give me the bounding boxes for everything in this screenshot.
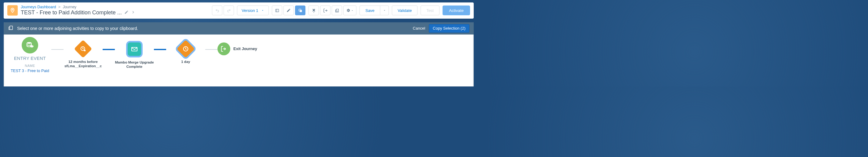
svg-point-0 — [12, 9, 13, 10]
breadcrumb-separator: > — [58, 5, 60, 9]
copy-instruction-bar: Select one or more adjoining activities … — [4, 22, 474, 34]
panel-toggle-button[interactable] — [272, 5, 282, 15]
tools-group — [308, 5, 356, 15]
connector-line — [51, 49, 64, 50]
view-mode-group — [272, 5, 305, 15]
connector-line-selected — [103, 49, 115, 50]
database-cloud-icon — [22, 37, 38, 54]
wait-expiration-node[interactable]: 12 months before sfLma__Expiration__c — [64, 37, 103, 68]
breadcrumb-dashboard-link[interactable]: Journeys Dashboard — [21, 5, 56, 9]
save-dropdown-button[interactable] — [380, 5, 389, 15]
journey-header: Journeys Dashboard > Journey TEST - Free… — [4, 2, 474, 19]
page-title: TEST - Free to Paid Addition Complete ..… — [21, 9, 122, 16]
wait-attribute-icon — [74, 40, 92, 58]
save-button[interactable]: Save — [360, 5, 380, 15]
edit-mode-button[interactable] — [283, 5, 294, 15]
entry-event-heading: ENTRY EVENT — [14, 56, 46, 61]
exit-door-icon — [217, 42, 230, 55]
map-pin-icon — [7, 5, 18, 15]
version-label: Version 1 — [242, 8, 258, 13]
email-icon — [128, 42, 141, 56]
test-button[interactable]: Test — [421, 5, 439, 15]
clipboard-copy-icon — [8, 25, 13, 31]
svg-rect-6 — [10, 26, 12, 30]
entry-name-label: NAME — [25, 64, 35, 67]
wait-duration-icon — [177, 40, 194, 58]
connector-line-selected — [154, 49, 166, 50]
goals-button[interactable] — [308, 5, 319, 15]
undo-redo-group — [212, 5, 234, 15]
redo-button[interactable] — [223, 5, 234, 15]
paste-button[interactable] — [332, 5, 342, 15]
settings-dropdown[interactable] — [343, 5, 356, 15]
exit-journey-node[interactable]: Exit Journey — [217, 37, 257, 55]
svg-point-8 — [30, 45, 34, 48]
email-node[interactable]: Mambo Merge Upgrade Complete — [115, 37, 154, 69]
undo-button[interactable] — [212, 5, 222, 15]
svg-rect-5 — [336, 9, 339, 12]
svg-point-7 — [27, 42, 31, 44]
entry-event-node[interactable]: ENTRY EVENT NAME TEST 3 - Free to Paid — [8, 37, 51, 73]
chevron-right-icon[interactable] — [131, 10, 135, 15]
validate-button[interactable]: Validate — [392, 5, 417, 15]
instruction-message: Select one or more adjoining activities … — [17, 26, 409, 31]
wait-day-node[interactable]: 1 day — [166, 37, 205, 64]
breadcrumb-and-title: Journeys Dashboard > Journey TEST - Free… — [21, 5, 135, 16]
wait-day-label: 1 day — [181, 60, 190, 64]
journey-canvas[interactable]: ENTRY EVENT NAME TEST 3 - Free to Paid 1… — [4, 34, 474, 87]
pencil-icon[interactable] — [124, 10, 129, 15]
breadcrumb-current: Journey — [63, 5, 76, 9]
cancel-button[interactable]: Cancel — [413, 26, 425, 31]
connector-line — [205, 49, 217, 50]
exit-criteria-button[interactable] — [320, 5, 331, 15]
version-dropdown[interactable]: Version 1 — [237, 5, 269, 15]
entry-name-value: TEST 3 - Free to Paid — [11, 68, 49, 73]
email-label: Mambo Merge Upgrade Complete — [115, 60, 154, 69]
svg-rect-1 — [276, 9, 279, 12]
activate-button[interactable]: Activate — [442, 5, 470, 15]
copy-mode-button[interactable] — [295, 5, 305, 15]
exit-journey-label: Exit Journey — [233, 46, 257, 51]
wait-expiration-label: 12 months before sfLma__Expiration__c — [64, 60, 103, 68]
breadcrumb: Journeys Dashboard > Journey — [21, 5, 135, 9]
copy-selection-button[interactable]: Copy Selection (2) — [429, 24, 469, 33]
